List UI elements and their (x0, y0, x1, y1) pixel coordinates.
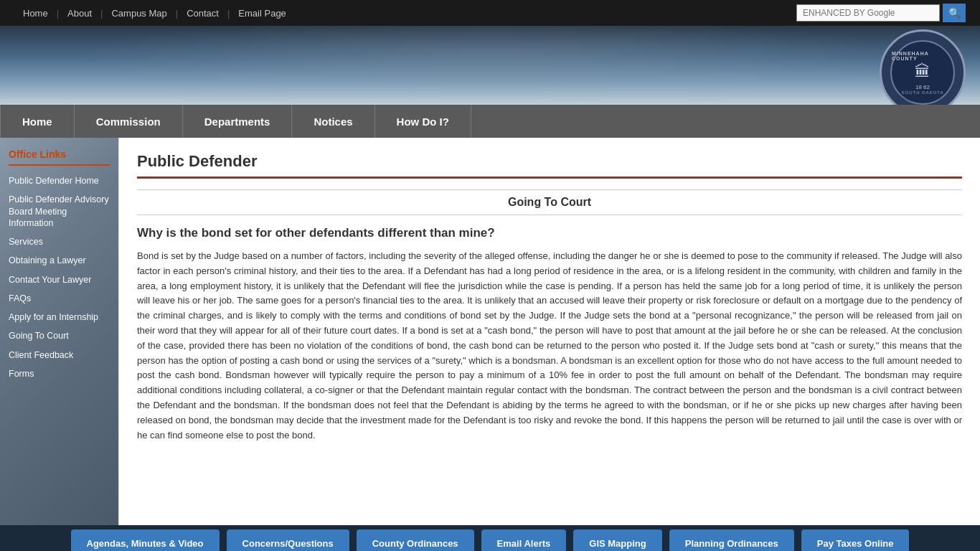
footer-btn-2[interactable]: County Ordinances (357, 529, 474, 551)
search-input[interactable] (796, 4, 940, 22)
header-area: Minnehaha County 🏛 18 62 South Dakota (0, 26, 980, 105)
sidebar-link-8[interactable]: Client Feedback (9, 346, 110, 364)
sidebar-link-0[interactable]: Public Defender Home (9, 171, 110, 190)
sidebar-link-2[interactable]: Services (9, 232, 110, 251)
topnav-about[interactable]: About (59, 8, 100, 19)
topnav-campus-map[interactable]: Campus Map (103, 8, 175, 19)
page-title: Public Defender (137, 152, 962, 179)
seal-top-text: Minnehaha County (892, 51, 953, 61)
sidebar-title: Office Links (9, 149, 110, 166)
nav-commission[interactable]: Commission (75, 105, 183, 138)
sidebar-link-4[interactable]: Contact Your Lawyer (9, 270, 110, 289)
search-button[interactable]: 🔍 (943, 4, 966, 22)
footer-btn-0[interactable]: Agendas, Minutes & Video (71, 529, 220, 551)
footer-btn-6[interactable]: Pay Taxes Online (801, 529, 910, 551)
footer-btn-1[interactable]: Concerns/Questions (227, 529, 349, 551)
sidebar-link-6[interactable]: Apply for an Internship (9, 308, 110, 326)
body-text: Bond is set by the Judge based on a numb… (137, 249, 962, 443)
footer-btn-4[interactable]: GIS Mapping (573, 529, 661, 551)
main-navigation: Home Commission Departments Notices How … (0, 105, 980, 138)
nav-departments[interactable]: Departments (183, 105, 293, 138)
topnav-home[interactable]: Home (14, 8, 57, 19)
sidebar-link-9[interactable]: Forms (9, 364, 110, 383)
nav-home[interactable]: Home (0, 105, 75, 138)
seal-building-icon: 🏛 (915, 62, 930, 81)
county-seal: Minnehaha County 🏛 18 62 South Dakota (880, 29, 966, 105)
sidebar-link-1[interactable]: Public Defender Advisory Board Meeting I… (9, 190, 110, 232)
footer-btn-5[interactable]: Planning Ordinances (669, 529, 794, 551)
seal-years: 18 62 (915, 84, 930, 90)
topnav-email-page[interactable]: Email Page (230, 8, 294, 19)
footer-links: Agendas, Minutes & Video Concerns/Questi… (0, 525, 980, 551)
sidebar: Office Links Public Defender Home Public… (0, 138, 118, 525)
content-wrapper: Office Links Public Defender Home Public… (0, 138, 980, 525)
nav-how-do-i[interactable]: How Do I? (375, 105, 471, 138)
sidebar-link-7[interactable]: Going To Court (9, 326, 110, 345)
sidebar-link-3[interactable]: Obtaining a Lawyer (9, 251, 110, 270)
sidebar-link-5[interactable]: FAQs (9, 289, 110, 308)
nav-notices[interactable]: Notices (292, 105, 374, 138)
question-heading: Why is the bond set for other defendants… (137, 226, 962, 240)
search-container: 🔍 (796, 4, 966, 22)
section-heading: Going To Court (137, 189, 962, 215)
topnav-contact[interactable]: Contact (178, 8, 227, 19)
footer-btn-3[interactable]: Email Alerts (481, 529, 567, 551)
main-content: Public Defender Going To Court Why is th… (118, 138, 980, 525)
top-bar: Home | About | Campus Map | Contact | Em… (0, 0, 980, 26)
seal-state-text: South Dakota (902, 90, 944, 95)
